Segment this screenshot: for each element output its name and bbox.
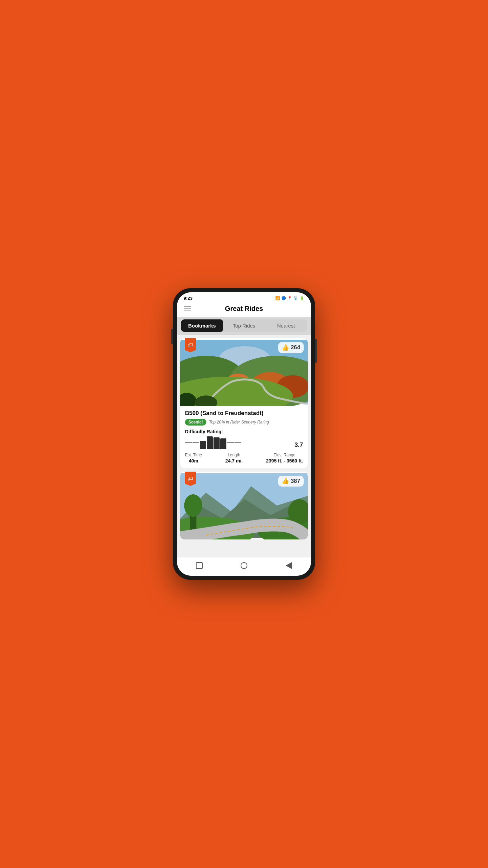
status-icons: 📶 🔵 📍 📡 🔋 [275,296,304,300]
phone-screen: 9:23 📶 🔵 📍 📡 🔋 Great Rides Bookmarks To [177,292,311,576]
ride-card-1[interactable]: 🏷 👍 264 B500 (Sand to Freudenstadt) Scen… [180,338,308,468]
stat-value-time-1: 40m [185,458,202,463]
stat-est-time-1: Est. Time 40m [185,453,202,463]
diff-line-seg3 [227,442,234,443]
like-count-1: 264 [291,344,300,351]
diff-line-seg2 [192,442,199,443]
menu-button[interactable] [184,307,191,311]
nav-back-button[interactable] [284,561,293,570]
thumbs-up-icon-2: 👍 [282,477,289,485]
difficulty-chart-1 [185,436,290,449]
menu-line-3 [184,311,191,311]
stat-label-time-1: Est. Time [185,453,202,457]
home-icon [241,562,247,569]
menu-line-1 [184,307,191,307]
square-icon [196,562,203,569]
stat-label-elev-1: Elev. Range [266,453,303,457]
bluetooth-icon: 🔵 [281,296,286,300]
thumbs-up-icon-1: 👍 [282,344,289,351]
signal-icon: 📶 [275,296,280,300]
stat-elev-1: Elev. Range 2395 ft. - 3560 ft. [266,453,303,463]
wifi-icon: 📡 [293,296,298,300]
bookmark-icon-1[interactable]: 🏷 [185,338,196,352]
nav-square-button[interactable] [195,561,204,570]
bookmark-icon-2[interactable]: 🏷 [185,472,196,486]
stat-value-length-1: 24.7 mi. [225,458,243,463]
svg-point-16 [184,494,202,517]
rides-list: 🏷 👍 264 B500 (Sand to Freudenstadt) Scen… [177,335,311,557]
diff-bar-5 [214,437,220,449]
ride-card-2[interactable]: 🏷 👍 387 [180,472,308,539]
diff-line-seg1 [185,442,192,443]
diff-bar-3 [200,441,206,449]
menu-line-2 [184,309,191,309]
scenic-text-1: Top 20% in Rider Scenery Rating [209,420,269,425]
ride-image-container-2: 🏷 👍 387 [180,472,308,539]
back-icon [286,562,292,569]
status-time: 9:23 [184,296,192,301]
page-title: Great Rides [225,305,263,313]
scenic-badge-1: Scenic! [185,419,206,426]
tab-top-rides[interactable]: Top Rides [223,319,265,332]
location-icon: 📍 [287,296,292,300]
like-badge-2[interactable]: 👍 387 [278,476,304,487]
tabs-container: Bookmarks Top Rides Nearest [177,317,311,335]
tab-bookmarks[interactable]: Bookmarks [181,319,223,332]
difficulty-label-1: Difficulty Rating: [185,429,303,434]
stat-value-elev-1: 2395 ft. - 3560 ft. [266,458,303,463]
bottom-nav [177,557,311,576]
tab-nearest[interactable]: Nearest [265,319,307,332]
like-count-2: 387 [291,478,300,485]
tabs: Bookmarks Top Rides Nearest [181,319,307,332]
phone-frame: 9:23 📶 🔵 📍 📡 🔋 Great Rides Bookmarks To [173,288,315,580]
stat-label-length-1: Length [225,453,243,457]
diff-bar-4 [207,436,213,449]
header: Great Rides [177,302,311,317]
battery-icon: 🔋 [300,296,304,300]
status-bar: 9:23 📶 🔵 📍 📡 🔋 [177,292,311,302]
stat-length-1: Length 24.7 mi. [225,453,243,463]
like-badge-1[interactable]: 👍 264 [278,342,304,353]
ride-image-container-1: 🏷 👍 264 [180,338,308,406]
diff-bar-6 [220,438,226,449]
ride-tags-1: Scenic! Top 20% in Rider Scenery Rating [185,419,303,426]
nav-home-button[interactable] [239,561,249,570]
ride-name-1: B500 (Sand to Freudenstadt) [185,410,303,417]
ride-stats-1: Est. Time 40m Length 24.7 mi. Elev. Rang… [185,453,303,463]
diff-line-seg4 [235,442,241,443]
difficulty-score-1: 3.7 [294,441,303,449]
ride-info-1: B500 (Sand to Freudenstadt) Scenic! Top … [180,406,308,468]
